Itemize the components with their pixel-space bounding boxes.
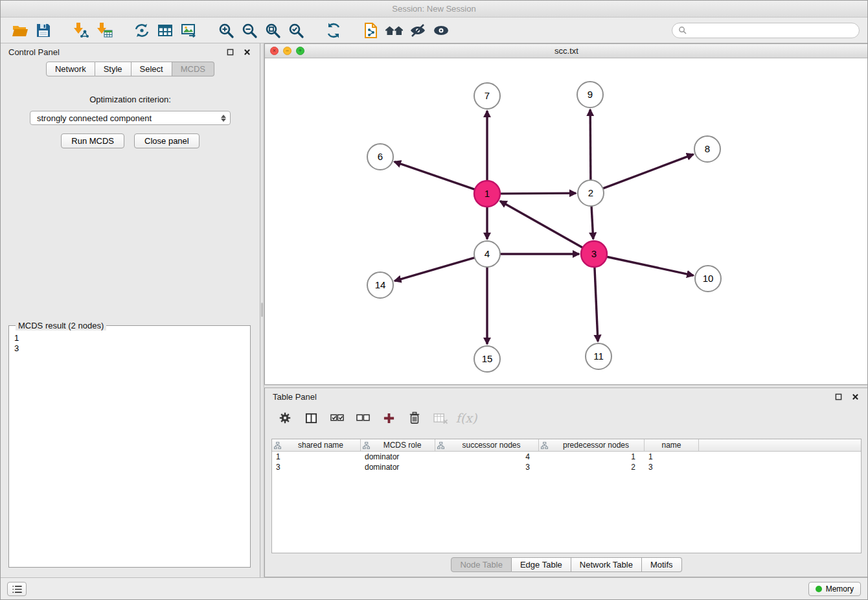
- graph-edge-3-10[interactable]: [607, 257, 694, 275]
- table-row[interactable]: 1 dominator 4 1 1: [272, 452, 861, 462]
- close-table-panel-button[interactable]: [850, 391, 860, 402]
- cell-successor-nodes[interactable]: 4: [435, 452, 539, 461]
- window-close-button[interactable]: ×: [270, 47, 279, 55]
- birds-eye-view-button[interactable]: [429, 20, 453, 41]
- zoom-out-button[interactable]: [238, 20, 261, 41]
- deselect-all-button[interactable]: [353, 410, 372, 426]
- search-box[interactable]: [672, 23, 860, 38]
- import-table-button[interactable]: [93, 20, 116, 41]
- graph-edge-4-14[interactable]: [394, 258, 475, 281]
- graph-node-7[interactable]: 7: [474, 83, 500, 109]
- graph-node-15[interactable]: 15: [474, 346, 500, 372]
- graph-edge-2-9[interactable]: [590, 110, 591, 180]
- column-header-mcds-role[interactable]: MCDS role: [361, 439, 435, 451]
- network-canvas[interactable]: 1234678910111415: [265, 58, 868, 384]
- run-mcds-button[interactable]: Run MCDS: [61, 133, 124, 148]
- svg-text:11: 11: [593, 351, 604, 362]
- function-builder-button[interactable]: f(x): [457, 410, 476, 426]
- network-graph[interactable]: 1234678910111415: [265, 58, 868, 384]
- cell-name[interactable]: 3: [645, 463, 699, 472]
- graph-node-6[interactable]: 6: [367, 144, 393, 170]
- network-arrows-button[interactable]: [130, 20, 154, 41]
- table-header-row: shared name MCDS role successor nodes pr…: [272, 439, 861, 452]
- tab-edge-table[interactable]: Edge Table: [512, 557, 571, 572]
- network-table-button[interactable]: [154, 20, 177, 41]
- graph-node-3[interactable]: 3: [581, 241, 607, 267]
- splitter-grip[interactable]: [261, 303, 263, 317]
- save-icon: [36, 23, 51, 38]
- cell-predecessor-nodes[interactable]: 1: [539, 452, 645, 461]
- add-column-button[interactable]: [379, 410, 398, 426]
- float-icon: [227, 49, 234, 56]
- cell-predecessor-nodes[interactable]: 2: [539, 463, 645, 472]
- task-history-button[interactable]: [7, 582, 27, 596]
- cell-shared-name[interactable]: 3: [272, 463, 361, 472]
- close-panel-action-button[interactable]: Close panel: [134, 133, 200, 148]
- zoom-in-button[interactable]: [214, 20, 238, 41]
- graph-node-4[interactable]: 4: [474, 241, 500, 267]
- cell-mcds-role[interactable]: dominator: [361, 463, 435, 472]
- open-file-button[interactable]: [8, 20, 32, 41]
- dropdown-selected-value: strongly connected component: [37, 113, 221, 123]
- cell-mcds-role[interactable]: dominator: [361, 452, 435, 461]
- delete-table-button[interactable]: [431, 410, 450, 426]
- tab-style[interactable]: Style: [95, 62, 131, 76]
- svg-text:15: 15: [482, 353, 493, 364]
- graph-node-10[interactable]: 10: [695, 266, 721, 292]
- graphics-details-button[interactable]: [406, 20, 429, 41]
- import-table-icon: [96, 22, 113, 39]
- graph-node-9[interactable]: 9: [577, 82, 603, 108]
- column-header-predecessor-nodes[interactable]: predecessor nodes: [539, 439, 645, 451]
- graph-edge-1-6[interactable]: [394, 162, 475, 190]
- delete-column-button[interactable]: [405, 410, 424, 426]
- column-header-name[interactable]: name: [645, 439, 699, 451]
- network-table-icon: [157, 22, 174, 39]
- graph-edge-3-1[interactable]: [500, 201, 583, 248]
- close-panel-button[interactable]: [242, 47, 252, 57]
- tab-motifs[interactable]: Motifs: [642, 557, 682, 572]
- cell-shared-name[interactable]: 1: [272, 452, 361, 461]
- graph-edge-3-11[interactable]: [595, 267, 598, 341]
- column-header-shared-name[interactable]: shared name: [272, 439, 361, 451]
- search-input[interactable]: [691, 25, 853, 35]
- float-panel-button[interactable]: [225, 47, 235, 57]
- graph-node-1[interactable]: 1: [474, 181, 500, 207]
- tab-node-table[interactable]: Node Table: [451, 557, 512, 572]
- cell-successor-nodes[interactable]: 3: [435, 463, 539, 472]
- float-icon: [835, 393, 842, 400]
- window-minimize-button[interactable]: −: [283, 47, 291, 55]
- table-row[interactable]: 3 dominator 3 2 3: [272, 462, 861, 472]
- deselect-all-icon: [356, 412, 370, 424]
- tab-mcds[interactable]: MCDS: [172, 62, 214, 76]
- graph-edge-2-8[interactable]: [603, 154, 694, 189]
- select-all-button[interactable]: [327, 410, 347, 426]
- home-networks-button[interactable]: [383, 20, 406, 41]
- float-table-panel-button[interactable]: [833, 391, 843, 402]
- graph-node-11[interactable]: 11: [586, 343, 611, 369]
- select-all-icon: [330, 412, 344, 424]
- column-header-successor-nodes[interactable]: successor nodes: [435, 439, 539, 451]
- table-settings-button[interactable]: [275, 410, 295, 426]
- zoom-selected-button[interactable]: [284, 20, 308, 41]
- zoom-fit-icon: [264, 22, 281, 39]
- graph-node-8[interactable]: 8: [694, 136, 720, 162]
- import-network-button[interactable]: [69, 20, 93, 41]
- cell-name[interactable]: 1: [645, 452, 699, 461]
- tab-network[interactable]: Network: [46, 62, 95, 76]
- graph-node-2[interactable]: 2: [578, 180, 604, 206]
- optimization-criterion-select[interactable]: strongly connected component: [30, 111, 231, 125]
- graph-edge-2-3[interactable]: [591, 206, 593, 239]
- window-maximize-button[interactable]: +: [296, 47, 304, 55]
- save-session-button[interactable]: [32, 20, 55, 41]
- memory-button[interactable]: Memory: [808, 582, 861, 596]
- refresh-layout-button[interactable]: [322, 20, 345, 41]
- tab-network-table[interactable]: Network Table: [571, 557, 642, 572]
- svg-text:9: 9: [588, 89, 593, 100]
- export-image-button[interactable]: [177, 20, 200, 41]
- zoom-fit-button[interactable]: [261, 20, 284, 41]
- clipboard-network-button[interactable]: [360, 20, 383, 41]
- tab-select[interactable]: Select: [131, 62, 172, 76]
- graph-edge-1-2[interactable]: [500, 193, 576, 194]
- graph-node-14[interactable]: 14: [367, 272, 393, 298]
- show-columns-button[interactable]: [301, 410, 321, 426]
